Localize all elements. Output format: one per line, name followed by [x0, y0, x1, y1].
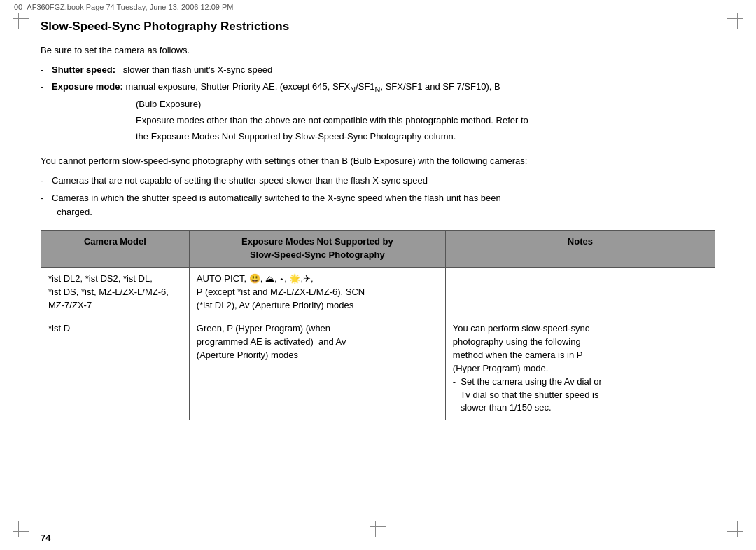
bullet-dash-3: -	[41, 174, 50, 188]
main-content: Slow-Speed-Sync Photography Restrictions…	[41, 14, 715, 522]
table-row: *ist DL2, *ist DS2, *ist DL, *ist DS, *i…	[41, 267, 715, 317]
table-cell-exposure-2: Green, P (Hyper Program) (when programme…	[189, 317, 445, 420]
page-container: 00_AF360FGZ.book Page 74 Tuesday, June 1…	[0, 0, 756, 550]
page-title: Slow-Speed-Sync Photography Restrictions	[41, 20, 715, 34]
table-cell-camera-2: *ist D	[41, 317, 190, 420]
corner-mark-bottom-left	[13, 521, 29, 537]
bullet-shutter-speed: - Shutter speed: slower than flash unit'…	[41, 63, 715, 78]
indent-exposure-note2: the Exposure Modes Not Supported by Slow…	[136, 130, 715, 144]
top-bar: 00_AF360FGZ.book Page 74 Tuesday, June 1…	[0, 0, 756, 14]
intro-text: Be sure to set the camera as follows.	[41, 43, 715, 57]
bullet-content-1: Shutter speed: slower than flash unit's …	[52, 63, 715, 78]
bullet-exposure-mode: - Exposure mode: manual exposure, Shutte…	[41, 80, 715, 145]
table-cell-camera-1: *ist DL2, *ist DS2, *ist DL, *ist DS, *i…	[41, 267, 190, 317]
table-row: *ist D Green, P (Hyper Program) (when pr…	[41, 317, 715, 420]
bullet-cameras-not-capable: - Cameras that are not capable of settin…	[41, 174, 715, 188]
table-cell-notes-1	[445, 267, 715, 317]
restrictions-table: Camera Model Exposure Modes Not Supporte…	[41, 230, 715, 420]
bullet-dash-2: -	[41, 80, 50, 145]
table-header-exposure: Exposure Modes Not Supported bySlow-Spee…	[189, 231, 445, 268]
paragraph-cannot-perform: You cannot perform slow-speed-sync photo…	[41, 154, 715, 168]
file-path: 00_AF360FGZ.book Page 74 Tuesday, June 1…	[14, 3, 234, 11]
table-header-camera: Camera Model	[41, 231, 190, 268]
corner-mark-top-right	[727, 13, 743, 29]
bottom-center-mark	[370, 521, 386, 537]
indent-bulb: (Bulb Exposure)	[136, 97, 715, 112]
page-number: 74	[41, 532, 50, 543]
bullet-content-4: Cameras in which the shutter speed is au…	[52, 191, 715, 221]
table-cell-exposure-1: AUTO PICT, 😃, ⛰, ▴, 🌟,✈, P (except *ist …	[189, 267, 445, 317]
indent-exposure-note: Exposure modes other than the above are …	[136, 114, 715, 128]
bullet-dash-4: -	[41, 191, 50, 221]
bullet-content-3: Cameras that are not capable of setting …	[52, 174, 715, 188]
table-header-notes: Notes	[445, 231, 715, 268]
bullet-dash-1: -	[41, 63, 50, 78]
bullet-cameras-switched: - Cameras in which the shutter speed is …	[41, 191, 715, 221]
bullet-content-2: Exposure mode: manual exposure, Shutter …	[52, 80, 715, 145]
corner-mark-top-left	[13, 13, 29, 29]
table-cell-notes-2: You can perform slow-speed-sync photogra…	[445, 317, 715, 420]
corner-mark-bottom-right	[727, 521, 743, 537]
